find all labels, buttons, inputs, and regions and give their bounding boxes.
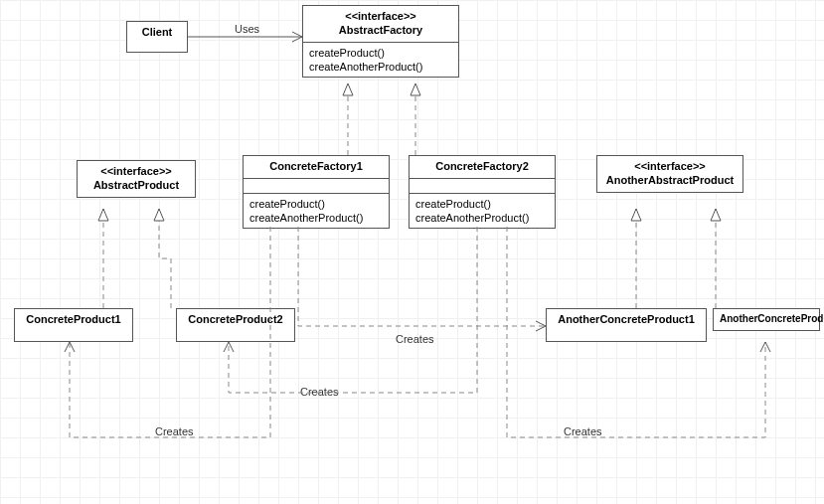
op: createAnotherProduct() xyxy=(249,211,383,225)
class-another-abstract-product-name: AnotherAbstractProduct xyxy=(606,174,734,186)
edge-cf1-creates-acp1 xyxy=(298,227,546,326)
stereotype: <<interface>> xyxy=(345,10,416,22)
class-abstract-product-name: AbstractProduct xyxy=(93,179,179,191)
class-client-name: Client xyxy=(127,22,187,44)
op: createAnotherProduct() xyxy=(415,211,549,225)
stereotype: <<interface>> xyxy=(634,160,706,172)
class-abstract-factory-name: AbstractFactory xyxy=(339,24,422,36)
class-another-concrete-product2-name: AnotherConcreteProduct2 xyxy=(714,309,819,330)
class-abstract-product[interactable]: <<interface>> AbstractProduct xyxy=(77,160,196,198)
class-concrete-factory1-name: ConcreteFactory1 xyxy=(244,156,389,178)
label-uses: Uses xyxy=(235,23,259,35)
op: createProduct() xyxy=(249,197,383,211)
class-concrete-factory1[interactable]: ConcreteFactory1 createProduct() createA… xyxy=(243,155,390,229)
class-another-concrete-product2[interactable]: AnotherConcreteProduct2 xyxy=(713,308,820,331)
class-concrete-factory1-ops: createProduct() createAnotherProduct() xyxy=(244,193,389,229)
class-concrete-factory2-name: ConcreteFactory2 xyxy=(410,156,555,178)
class-abstract-factory-title: <<interface>> AbstractFactory xyxy=(303,6,458,42)
class-abstract-factory-ops: createProduct() createAnotherProduct() xyxy=(303,42,458,78)
op: createAnotherProduct() xyxy=(309,60,452,74)
class-another-concrete-product1[interactable]: AnotherConcreteProduct1 xyxy=(546,308,707,342)
label-creates: Creates xyxy=(300,386,339,398)
class-another-abstract-product[interactable]: <<interface>> AnotherAbstractProduct xyxy=(596,155,743,193)
edge-cp2-realizes-ap xyxy=(159,209,171,308)
op: createProduct() xyxy=(415,197,549,211)
empty-section xyxy=(410,178,555,193)
stereotype: <<interface>> xyxy=(100,165,172,177)
class-concrete-factory2[interactable]: ConcreteFactory2 createProduct() createA… xyxy=(409,155,556,229)
class-concrete-factory2-ops: createProduct() createAnotherProduct() xyxy=(410,193,555,229)
class-concrete-product2[interactable]: ConcreteProduct2 xyxy=(176,308,295,342)
class-abstract-product-title: <<interface>> AbstractProduct xyxy=(78,161,195,197)
class-concrete-product2-name: ConcreteProduct2 xyxy=(177,309,294,331)
label-creates: Creates xyxy=(396,333,434,345)
class-client[interactable]: Client xyxy=(126,21,188,53)
class-abstract-factory[interactable]: <<interface>> AbstractFactory createProd… xyxy=(302,5,459,78)
label-creates: Creates xyxy=(155,425,194,437)
label-creates: Creates xyxy=(564,425,602,437)
class-concrete-product1-name: ConcreteProduct1 xyxy=(15,309,132,331)
class-another-abstract-product-title: <<interface>> AnotherAbstractProduct xyxy=(597,156,742,192)
class-concrete-product1[interactable]: ConcreteProduct1 xyxy=(14,308,133,342)
empty-section xyxy=(244,178,389,193)
op: createProduct() xyxy=(309,46,452,60)
class-another-concrete-product1-name: AnotherConcreteProduct1 xyxy=(547,309,706,331)
